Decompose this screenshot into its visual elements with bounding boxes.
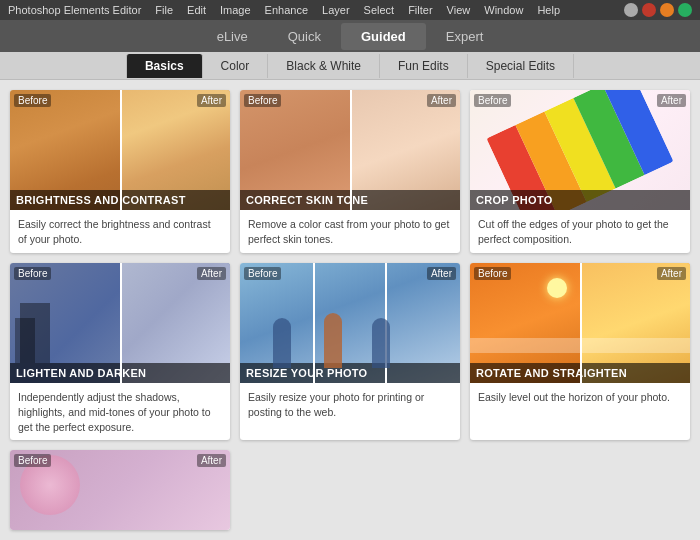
card-skintone-image: Before After CORRECT SKIN TONE	[240, 90, 460, 210]
after-label: After	[197, 94, 226, 107]
menu-help[interactable]: Help	[537, 4, 560, 16]
menu-view[interactable]: View	[447, 4, 471, 16]
status-icons	[624, 3, 692, 17]
tab-quick[interactable]: Quick	[268, 23, 341, 50]
cat-tab-basics[interactable]: Basics	[126, 54, 203, 78]
cat-tab-fun-edits[interactable]: Fun Edits	[380, 54, 468, 78]
after-label-4: After	[197, 267, 226, 280]
card-partial-image: Before After	[10, 450, 230, 530]
before-label-6: Before	[474, 267, 511, 280]
before-label-2: Before	[244, 94, 281, 107]
card-crop-title: CROP PHOTO	[470, 190, 690, 210]
card-rotate-image: Before After ROTATE AND STRAIGHTEN	[470, 263, 690, 383]
before-label-7: Before	[14, 454, 51, 467]
menu-layer[interactable]: Layer	[322, 4, 350, 16]
after-label-7: After	[197, 454, 226, 467]
card-partial[interactable]: Before After	[10, 450, 230, 530]
building-silhouette-2	[15, 318, 35, 363]
cat-tab-color[interactable]: Color	[203, 54, 269, 78]
tab-elive[interactable]: eLive	[197, 23, 268, 50]
card-resize-desc: Easily resize your photo for printing or…	[240, 383, 460, 426]
person-silhouette-1	[273, 318, 291, 368]
menu-file[interactable]: File	[155, 4, 173, 16]
before-label-4: Before	[14, 267, 51, 280]
horizon-line	[470, 338, 690, 353]
card-brightness-desc: Easily correct the brightness and contra…	[10, 210, 230, 253]
card-lighten-image: Before After LIGHTEN AND DARKEN	[10, 263, 230, 383]
card-lighten[interactable]: Before After LIGHTEN AND DARKEN Independ…	[10, 263, 230, 440]
after-label-2: After	[427, 94, 456, 107]
card-crop[interactable]: Before After CROP PHOTO Cut of	[470, 90, 690, 253]
split-line	[120, 90, 122, 210]
cat-tab-black-white[interactable]: Black & White	[268, 54, 380, 78]
status-icon-4	[678, 3, 692, 17]
card-crop-image: Before After CROP PHOTO	[470, 90, 690, 210]
menu-edit[interactable]: Edit	[187, 4, 206, 16]
split-line-4	[580, 263, 582, 383]
card-resize-image: Before After RESIZE YOUR PHOTO	[240, 263, 460, 383]
card-rotate[interactable]: Before After ROTATE AND STRAIGHTEN Easil…	[470, 263, 690, 440]
menu-select[interactable]: Select	[364, 4, 395, 16]
status-icon-1	[624, 3, 638, 17]
menu-window[interactable]: Window	[484, 4, 523, 16]
menu-image[interactable]: Image	[220, 4, 251, 16]
cat-tab-special-edits[interactable]: Special Edits	[468, 54, 574, 78]
card-brightness-image: Before After BRIGHTNESS AND CONTRAST	[10, 90, 230, 210]
person-silhouette-3	[372, 318, 390, 368]
after-label-6: After	[657, 267, 686, 280]
split-line-2	[350, 90, 352, 210]
app-title: Photoshop Elements Editor	[8, 4, 141, 16]
status-icon-3	[660, 3, 674, 17]
mode-tabs: eLive Quick Guided Expert	[0, 20, 700, 52]
card-brightness[interactable]: Before After BRIGHTNESS AND CONTRAST Eas…	[10, 90, 230, 253]
card-crop-desc: Cut off the edges of your photo to get t…	[470, 210, 690, 253]
card-skintone-desc: Remove a color cast from your photo to g…	[240, 210, 460, 253]
menu-bar: Photoshop Elements Editor File Edit Imag…	[0, 0, 700, 20]
card-resize[interactable]: Before After RESIZE YOUR PHOTO Easily re…	[240, 263, 460, 440]
before-label-5: Before	[244, 267, 281, 280]
before-label: Before	[14, 94, 51, 107]
card-lighten-desc: Independently adjust the shadows, highli…	[10, 383, 230, 440]
category-tabs: Basics Color Black & White Fun Edits Spe…	[0, 52, 700, 80]
split-line-3	[120, 263, 122, 383]
content-grid: Before After BRIGHTNESS AND CONTRAST Eas…	[0, 80, 700, 540]
card-rotate-desc: Easily level out the horizon of your pho…	[470, 383, 690, 412]
tab-expert[interactable]: Expert	[426, 23, 504, 50]
resize-divider-1	[313, 263, 315, 383]
card-skintone[interactable]: Before After CORRECT SKIN TONE Remove a …	[240, 90, 460, 253]
person-silhouette-2	[324, 313, 342, 368]
menu-enhance[interactable]: Enhance	[265, 4, 308, 16]
tab-guided[interactable]: Guided	[341, 23, 426, 50]
status-icon-2	[642, 3, 656, 17]
after-label-3: After	[657, 94, 686, 107]
before-label-3: Before	[474, 94, 511, 107]
menu-filter[interactable]: Filter	[408, 4, 432, 16]
after-label-5: After	[427, 267, 456, 280]
